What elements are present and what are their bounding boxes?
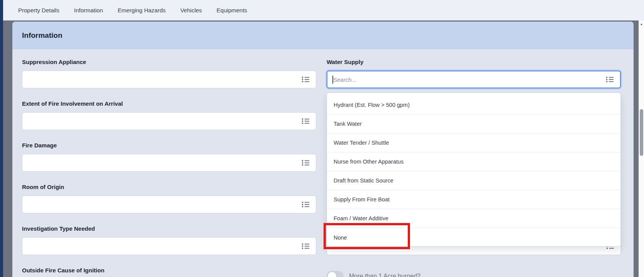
water-supply-combobox xyxy=(327,71,621,88)
water-supply-dropdown: Hydrant (Est. Flow > 500 gpm) Tank Water… xyxy=(327,93,621,247)
tab-information[interactable]: Information xyxy=(74,7,103,14)
field-extent-of-fire: Extent of Fire Involvement on Arrival xyxy=(22,100,316,130)
suppression-appliance-select[interactable] xyxy=(22,71,316,88)
form-body: Suppression Appliance Extent of Fire Inv… xyxy=(12,49,634,277)
field-investigation-type: Investigation Type Needed xyxy=(22,225,316,255)
section-title: Information xyxy=(22,31,63,40)
extent-of-fire-select[interactable] xyxy=(22,112,316,130)
fire-damage-select[interactable] xyxy=(22,154,316,172)
field-label-outside-fire-cause: Outside Fire Cause of Ignition xyxy=(22,267,316,274)
scrollbar-up-icon[interactable]: ▲ xyxy=(639,22,644,27)
water-supply-search-input[interactable] xyxy=(327,71,620,88)
section-header: Information xyxy=(12,22,634,49)
dropdown-option[interactable]: Supply From Fire Boat xyxy=(327,190,620,209)
acre-toggle-label: More than 1 Acre burned? xyxy=(349,273,420,277)
field-label: Suppression Appliance xyxy=(22,59,316,66)
dropdown-option[interactable]: Nurse from Other Apparatus xyxy=(327,152,620,171)
field-label: Extent of Fire Involvement on Arrival xyxy=(22,100,316,107)
dropdown-option[interactable]: Hydrant (Est. Flow > 500 gpm) xyxy=(327,96,620,115)
field-suppression-appliance: Suppression Appliance xyxy=(22,59,316,88)
dropdown-option-none[interactable]: None xyxy=(327,228,620,247)
tab-bar: Property Details Information Emerging Ha… xyxy=(3,0,644,20)
list-icon xyxy=(302,159,310,166)
field-label: Room of Origin xyxy=(22,184,316,191)
list-icon xyxy=(302,201,310,208)
tab-property-details[interactable]: Property Details xyxy=(18,7,59,14)
list-icon xyxy=(302,118,310,125)
list-icon xyxy=(606,76,614,83)
tab-emerging-hazards[interactable]: Emerging Hazards xyxy=(118,7,166,14)
field-room-of-origin: Room of Origin xyxy=(22,184,316,213)
list-icon xyxy=(302,243,310,250)
field-label: Investigation Type Needed xyxy=(22,225,316,232)
dropdown-option[interactable]: Water Tender / Shuttle xyxy=(327,133,620,152)
investigation-type-select[interactable] xyxy=(22,237,316,255)
text-caret xyxy=(332,76,333,84)
toggle-knob xyxy=(328,272,336,277)
scrollbar[interactable]: ▲ xyxy=(639,20,644,277)
tab-equipments[interactable]: Equipments xyxy=(217,7,247,14)
information-card: Information Suppression Appliance Extent xyxy=(12,22,634,277)
dropdown-option[interactable]: Foam / Water Additive xyxy=(327,209,620,228)
field-label: Fire Damage xyxy=(22,142,316,149)
dropdown-option[interactable]: Tank Water xyxy=(327,115,620,133)
left-nav-rail xyxy=(0,0,3,277)
acre-burned-toggle[interactable] xyxy=(327,271,344,277)
field-label: Water Supply xyxy=(327,59,621,66)
acre-toggle-row: More than 1 Acre burned? xyxy=(327,271,420,277)
tab-vehicles[interactable]: Vehicles xyxy=(180,7,202,14)
scrollbar-thumb[interactable] xyxy=(640,109,643,156)
list-icon xyxy=(302,76,310,83)
field-water-supply: Water Supply xyxy=(327,59,621,88)
dropdown-option[interactable]: Draft from Static Source xyxy=(327,171,620,190)
field-fire-damage: Fire Damage xyxy=(22,142,316,172)
room-of-origin-select[interactable] xyxy=(22,196,316,213)
left-column: Suppression Appliance Extent of Fire Inv… xyxy=(22,59,316,277)
